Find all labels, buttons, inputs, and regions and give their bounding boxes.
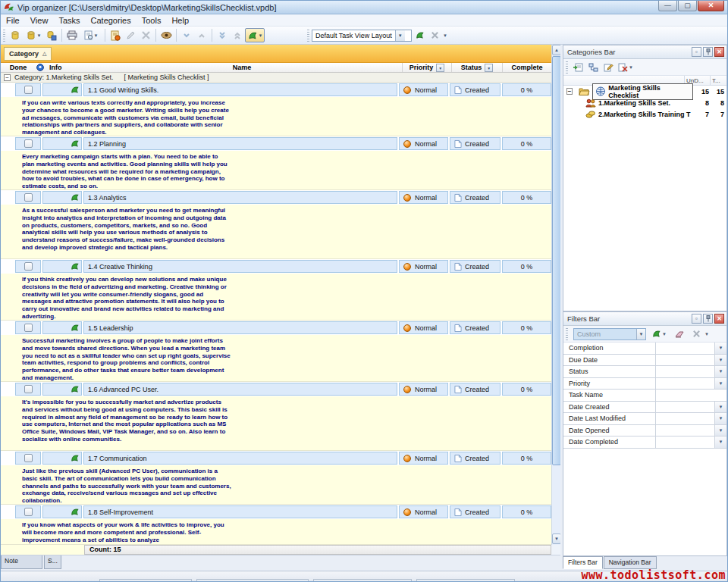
new-task-button[interactable] [108, 28, 123, 42]
column-header-status[interactable]: Status▼ [451, 63, 502, 72]
category-tree-item[interactable]: −Marketing Skills Checklist1515 [563, 86, 726, 97]
filter-dropdown-button[interactable]: ▼ [714, 413, 726, 424]
menu-categories[interactable]: Categories [86, 16, 136, 25]
filter-value-field[interactable] [656, 366, 714, 377]
filter-value-field[interactable] [656, 343, 714, 354]
toolbar-overflow-dropdown[interactable]: ▼ [443, 33, 447, 38]
task-row[interactable]: 1.6 Advanced PC User.NormalCreated0 % [1, 382, 551, 396]
layout-combobox-dropdown[interactable]: ▼ [395, 30, 405, 41]
panel-float-button[interactable]: ▫ [692, 314, 701, 324]
tab-note[interactable]: Note [1, 555, 42, 569]
column-header-total[interactable]: T... [710, 76, 726, 85]
filter-dropdown-button[interactable]: ▼ [714, 425, 726, 436]
filter-value-field[interactable] [656, 402, 714, 413]
filter-value-field[interactable] [656, 436, 714, 448]
move-top-button[interactable] [230, 28, 245, 42]
tab-navigation-bar[interactable]: Navigation Bar [604, 556, 657, 569]
task-row[interactable]: 1.2 PlanningNormalCreated0 % [1, 136, 551, 151]
task-checkbox[interactable] [24, 193, 33, 202]
task-row[interactable]: 1.5 LeadershipNormalCreated0 % [1, 321, 551, 335]
filter-value-field[interactable] [656, 355, 714, 366]
task-row[interactable]: 1.4 Creative ThinkingNormalCreated0 % [1, 259, 551, 274]
move-bottom-button[interactable] [215, 28, 230, 42]
task-view-button[interactable]: ▼ [245, 28, 265, 42]
priority-filter-dropdown[interactable]: ▼ [436, 64, 444, 72]
filters-overflow-dropdown[interactable]: ▼ [704, 332, 709, 336]
delete-category-button[interactable]: ▼ [616, 60, 635, 74]
panel-float-button[interactable]: ▫ [692, 47, 701, 57]
folder-open-icon [579, 87, 590, 96]
clear-filter-button[interactable] [672, 327, 687, 341]
filter-dropdown-button[interactable]: ▼ [714, 402, 726, 413]
filter-dropdown-button[interactable]: ▼ [714, 366, 726, 377]
apply-layout-button[interactable] [412, 28, 427, 42]
panel-close-button[interactable]: ✕ [714, 314, 724, 324]
tab-filters-bar[interactable]: Filters Bar [563, 556, 603, 569]
task-checkbox[interactable] [24, 454, 33, 462]
menu-tasks[interactable]: Tasks [53, 16, 85, 25]
move-down-button[interactable] [179, 28, 194, 42]
menu-help[interactable]: Help [166, 16, 194, 25]
new-subcategory-button[interactable] [585, 60, 601, 74]
close-button[interactable]: ✕ [698, 1, 724, 11]
column-header-done[interactable]: Done [1, 63, 36, 72]
group-by-category-tab[interactable]: Category △ [4, 47, 52, 61]
open-database-button[interactable]: ▼ [23, 28, 44, 42]
panel-pin-icon[interactable] [703, 47, 713, 57]
edit-category-button[interactable] [601, 60, 616, 74]
menu-view[interactable]: View [25, 16, 54, 25]
category-group-row[interactable]: −Category: 1.Marketing Skills Set.[ Mark… [1, 73, 551, 83]
priority-column-icon[interactable] [36, 63, 45, 72]
column-header-complete[interactable]: Complete [502, 63, 551, 72]
tab-schedule[interactable]: S... [44, 555, 61, 569]
category-tree-item[interactable]: 1.Marketing Skills Set.88 [563, 97, 726, 108]
filter-dropdown-button[interactable]: ▼ [714, 343, 726, 354]
column-header-name[interactable]: Name [82, 63, 402, 72]
save-database-button[interactable] [44, 28, 59, 42]
task-row[interactable]: 1.7 CommunicationNormalCreated0 % [1, 451, 551, 465]
filter-preset-dropdown[interactable]: ▼ [636, 329, 645, 340]
category-tree-item[interactable]: 2.Marketing Skills Training T77 [563, 108, 726, 120]
filter-value-field[interactable] [656, 425, 714, 436]
task-checkbox[interactable] [24, 139, 33, 148]
task-checkbox[interactable] [24, 508, 33, 516]
print-button[interactable] [64, 28, 80, 42]
task-checkbox[interactable] [24, 262, 33, 271]
filter-dropdown-button[interactable]: ▼ [714, 355, 726, 366]
task-checkbox[interactable] [24, 86, 33, 94]
filter-value-field[interactable] [656, 413, 714, 424]
new-database-button[interactable] [8, 28, 23, 42]
collapse-tree-icon[interactable]: − [566, 88, 573, 95]
new-category-button[interactable] [570, 60, 585, 74]
vertical-scrollbar[interactable]: ▲ ▼ [551, 45, 560, 545]
filter-value-field[interactable] [656, 378, 714, 390]
maximize-button[interactable]: ▢ [678, 1, 697, 11]
filter-dropdown-button[interactable]: ▼ [714, 378, 726, 390]
layout-combobox[interactable]: Default Task View Layout ▼ [312, 30, 412, 42]
task-checkbox[interactable] [24, 385, 33, 393]
task-row[interactable]: 1.8 Self-ImprovementNormalCreated0 % [1, 505, 551, 519]
status-filter-dropdown[interactable]: ▼ [485, 64, 493, 72]
task-checkbox[interactable] [24, 324, 33, 332]
filter-dropdown-button[interactable]: ▼ [714, 436, 726, 448]
panel-pin-icon[interactable] [703, 314, 713, 324]
collapse-group-icon[interactable]: − [4, 74, 11, 81]
delete-task-button[interactable] [138, 28, 153, 42]
menu-file[interactable]: File [1, 16, 25, 25]
task-row[interactable]: 1.1 Good Writing Skills.NormalCreated0 % [1, 83, 551, 97]
print-preview-button[interactable]: ▼ [80, 28, 102, 42]
column-header-info[interactable]: Info [45, 63, 82, 72]
panel-close-button[interactable]: ✕ [714, 47, 724, 57]
filter-preset-combobox[interactable]: Custom ▼ [573, 328, 646, 340]
remove-filter-button[interactable] [689, 327, 704, 341]
task-row[interactable]: 1.3 AnalyticsNormalCreated0 % [1, 190, 551, 205]
view-task-button[interactable] [158, 28, 174, 42]
reset-layout-button[interactable] [427, 28, 442, 42]
column-header-priority[interactable]: Priority▼ [402, 63, 451, 72]
edit-task-button[interactable] [123, 28, 138, 42]
apply-filter-button[interactable]: ▼ [649, 327, 669, 341]
move-up-button[interactable] [194, 28, 209, 42]
menu-tools[interactable]: Tools [136, 16, 167, 25]
filter-value-field[interactable] [656, 390, 726, 401]
minimize-button[interactable]: — [658, 1, 677, 11]
